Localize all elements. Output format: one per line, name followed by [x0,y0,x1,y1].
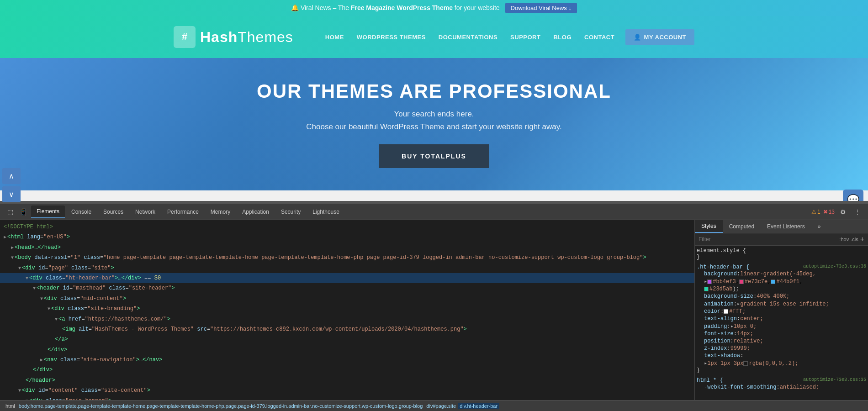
html-masthead[interactable]: ▼<header id="masthead" class="site-heade… [0,283,694,293]
hero-subtitle: Your search ends here. Choose our beauti… [306,108,561,132]
tab-performance[interactable]: Performance [162,206,204,218]
html-body[interactable]: ▼<body data-rsssl="1" class="home page-t… [0,253,694,263]
devtools-inspect-button[interactable]: ⬚ [5,206,16,217]
html-div-mid-close[interactable]: </div> [0,365,694,375]
error-badge[interactable]: ✖ 13 [823,209,835,215]
announcement-text2: for your website [453,4,500,11]
tab-network[interactable]: Network [130,206,161,218]
style-prop-anim-val: gradient 15s ease infinite; [740,301,829,307]
html-site-branding[interactable]: ▼<div class="site-branding"> [0,304,694,314]
download-button[interactable]: Download Viral News ↓ [505,3,577,13]
my-account-button[interactable]: 👤 MY ACCOUNT [625,29,694,45]
warning-badge[interactable]: ⚠ 1 [811,209,820,215]
style-prop-anim-name: animation [697,301,734,307]
style-ts-vals: 1px 1px 3px [707,360,743,367]
style-prop-ta-val: center; [740,316,763,322]
devtools-settings-button[interactable]: ⚙ [837,206,849,217]
color-swatch-shadow[interactable] [743,361,748,366]
html-tag[interactable]: ▶<html lang="en-US"> [0,232,694,242]
nav-blog[interactable]: BLOG [547,34,578,41]
scroll-down-button[interactable]: ∨ [2,186,21,202]
html-a-href[interactable]: ▼<a href="https://hashthemes.com/"> [0,314,694,324]
breadcrumb-div-page[interactable]: div#page.site [424,403,458,409]
styles-tab-styles[interactable]: Styles [695,220,723,233]
tab-memory[interactable]: Memory [205,206,236,218]
html-mid-content[interactable]: ▼<div class="mid-content"> [0,294,694,304]
style-prop-pad-arrow: ▸ [730,323,734,330]
breadcrumb-html[interactable]: html [4,403,17,409]
html-ht-header-bar[interactable]: ▼<div class="ht-header-bar">…</div> == $… [0,273,694,283]
style-prop-ts-name: text-shadow [697,353,740,359]
hero-title: OUR THEMES ARE PROFESSIONAL [257,80,611,102]
style-prop-pad-val: 10px 0; [734,323,757,330]
style-prop-ts-val: ▸ 1px 1px 3px rgba(0,0,0,.2); [697,359,866,367]
style-prop-fs-val: 14px; [737,331,753,337]
nav-support[interactable]: SUPPORT [504,34,547,41]
elements-panel[interactable]: <!DOCTYPE html> ▶<html lang="en-US"> ▶<h… [0,220,694,400]
devtools-device-button[interactable]: 📱 [17,206,30,217]
style-prop-name-bg: background [697,271,737,277]
style-prop-val-bg: linear-gradient(-45deg, [740,271,816,277]
filter-add[interactable]: + [860,235,864,243]
style-prop-background: background: linear-gradient(-45deg, [697,270,866,278]
tab-sources[interactable]: Sources [98,206,129,218]
account-label: MY ACCOUNT [644,34,686,41]
styles-tab-event-listeners[interactable]: Event Listeners [761,220,811,233]
announcement-bold: Free Magazine WordPress Theme [351,4,453,11]
devtools-toolbar: ⬚ 📱 Elements Console Sources Network Per… [0,204,868,220]
devtools-more-button[interactable]: ⋮ [852,206,863,217]
style-color-2: #e73c7e [745,279,767,285]
logo-icon: # [174,26,196,48]
html-img[interactable]: <img alt="HashThemes - WordPress Themes"… [0,324,694,334]
filter-cls[interactable]: .cls [851,237,858,242]
devtools-breadcrumb: html body.home.page-template.page-templa… [0,400,868,411]
styles-tab-computed[interactable]: Computed [723,220,761,233]
style-selector-element: element.style { [697,248,866,254]
error-count: 13 [829,209,835,215]
html-head[interactable]: ▶<head>…</head> [0,242,694,253]
style-prop-ta-name: text-align [697,316,737,322]
html-nav[interactable]: ▶<nav class="site-navigation">…</nav> [0,355,694,365]
filter-pseudo[interactable]: :hov [839,237,849,242]
color-swatch-1[interactable] [707,279,712,284]
color-swatch-white[interactable] [724,309,728,314]
color-swatch-4[interactable] [704,287,709,291]
style-prop-arrow: ▸ [704,278,707,285]
styles-tab-chevron[interactable]: » [811,220,827,233]
nav-home[interactable]: HOME [319,34,350,41]
color-swatch-2[interactable] [739,279,744,284]
site-header: # HashThemes HOME WORDPRESS THEMES DOCUM… [0,16,868,58]
color-swatch-3[interactable] [771,279,775,284]
announcement-bar: 🔔 Viral News – The Free Magazine WordPre… [0,0,868,16]
style-rule-header-line: .ht-header-bar { autoptimize-73e3.css:36 [697,264,866,270]
devtools-body: <!DOCTYPE html> ▶<html lang="en-US"> ▶<h… [0,220,868,400]
html-div-page[interactable]: ▼<div id="page" class="site"> [0,263,694,273]
style-source-header: autoptimize-73e3.css:36 [803,264,866,270]
html-header-close[interactable]: </header> [0,375,694,385]
breadcrumb-body[interactable]: body.home.page-template.page-template-te… [17,403,425,409]
nav-contact[interactable]: CONTACT [578,34,621,41]
html-site-content[interactable]: ▼<div id="content" class="site-content"> [0,385,694,395]
styles-filter-input[interactable] [699,236,836,242]
style-prop-ts-arrow: ▸ [704,360,707,367]
scroll-up-button[interactable]: ∧ [2,168,21,184]
nav-documentations[interactable]: DOCUMENTATIONS [432,34,504,41]
html-doctype[interactable]: <!DOCTYPE html> [0,222,694,232]
site-name: HashThemes [200,29,293,46]
tab-application[interactable]: Application [237,206,275,218]
style-selector-html: html * { [697,377,723,384]
style-prop-fs-name: font-size [697,331,734,337]
breadcrumb-ht-header[interactable]: div.ht-header-bar [458,403,499,409]
html-a-close[interactable]: </a> [0,334,694,344]
style-prop-zi-val: 99999; [730,345,750,352]
buy-totalplus-button[interactable]: BUY TOTALPLUS [379,144,489,168]
down-arrow-icon: ∨ [9,190,14,199]
html-div-branding-close[interactable]: </div> [0,345,694,355]
tab-elements[interactable]: Elements [31,206,65,218]
html-main-banner[interactable]: ▼<div class="main-banner"> [0,396,694,400]
style-rule-html-line: html * { autoptimize-73e3.css:35 [697,377,866,384]
tab-lighthouse[interactable]: Lighthouse [307,206,345,218]
tab-console[interactable]: Console [66,206,97,218]
tab-security[interactable]: Security [275,206,306,218]
nav-wordpress-themes[interactable]: WORDPRESS THEMES [350,34,432,41]
